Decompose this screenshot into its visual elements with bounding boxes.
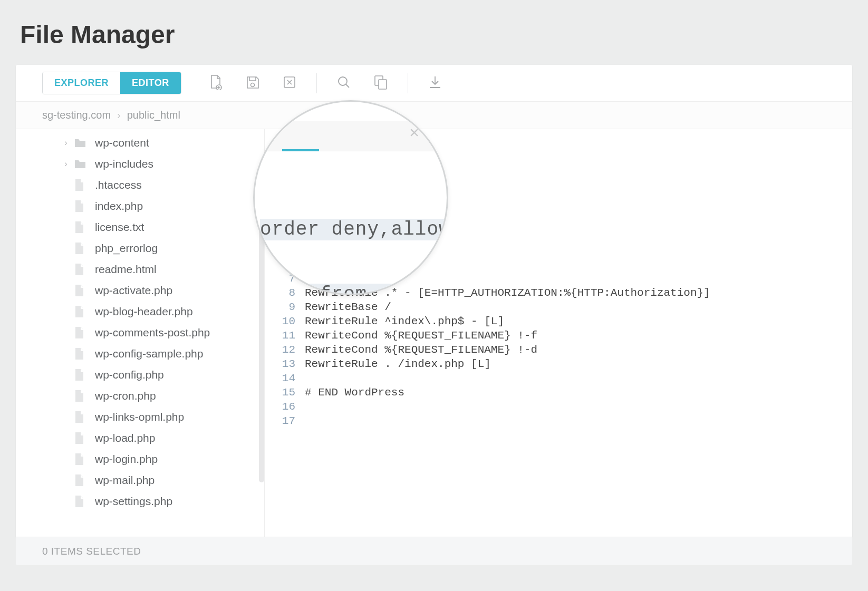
file-icon (74, 200, 88, 212)
file-item[interactable]: wp-load.php (16, 428, 264, 449)
code-line[interactable]: RewriteRule ^index\.php$ - [L] (305, 314, 852, 328)
folder-icon (74, 138, 88, 148)
chevron-right-icon: › (117, 109, 121, 121)
code-line[interactable]: RewriteBase / (305, 300, 852, 314)
item-label: wp-mail.php (95, 474, 155, 487)
discard-icon (282, 75, 297, 92)
code-line[interactable] (305, 371, 852, 385)
file-icon (74, 411, 88, 423)
folder-icon (74, 159, 88, 169)
item-label: wp-links-opml.php (95, 411, 184, 423)
item-label: wp-load.php (95, 432, 155, 444)
svg-point-1 (250, 83, 254, 86)
file-item[interactable]: index.php (16, 196, 264, 217)
file-manager-window: EXPLORER EDITOR (16, 65, 852, 537)
file-icon (74, 284, 88, 297)
file-item[interactable]: .htaccess (16, 175, 264, 196)
code-line[interactable]: RewriteCond %{REQUEST_FILENAME} !-f (305, 328, 852, 343)
item-label: wp-config-sample.php (95, 347, 203, 360)
toolbar-divider (316, 73, 317, 93)
status-bar: 0 ITEMS SELECTED (16, 537, 852, 565)
file-item[interactable]: wp-cron.php (16, 385, 264, 406)
tab-editor[interactable]: EDITOR (120, 72, 181, 94)
copy-icon (373, 74, 388, 92)
file-icon (74, 347, 88, 360)
breadcrumb-part[interactable]: sg-testing.com (42, 109, 111, 121)
search-icon (336, 75, 351, 92)
page-title: File Manager (0, 0, 868, 65)
file-icon (74, 495, 88, 508)
download-button[interactable] (423, 71, 447, 95)
search-button[interactable] (332, 71, 356, 95)
code-line[interactable]: RewriteRule . /index.php [L] (305, 357, 852, 371)
line-number: 10 (265, 314, 295, 328)
file-icon (74, 432, 88, 444)
svg-point-3 (339, 77, 347, 85)
zoom-lens: × order deny,allow deny from all (253, 100, 448, 295)
line-number: 14 (265, 371, 295, 385)
item-label: wp-blog-header.php (95, 305, 193, 318)
file-icon (74, 326, 88, 339)
item-label: php_errorlog (95, 242, 158, 255)
file-item[interactable]: wp-config-sample.php (16, 343, 264, 364)
folder-item[interactable]: ›wp-includes (16, 153, 264, 175)
item-label: wp-activate.php (95, 284, 172, 297)
item-label: wp-content (95, 137, 149, 149)
view-toggle-group: EXPLORER EDITOR (42, 72, 181, 94)
item-label: wp-cron.php (95, 390, 156, 402)
code-line[interactable]: # END WordPress (305, 385, 852, 400)
file-item[interactable]: php_errorlog (16, 238, 264, 259)
file-icon (74, 453, 88, 466)
file-item[interactable]: license.txt (16, 217, 264, 238)
new-file-button[interactable] (204, 71, 228, 95)
line-number: 15 (265, 385, 295, 400)
item-label: .htaccess (95, 179, 142, 191)
file-item[interactable]: wp-blog-header.php (16, 301, 264, 322)
chevron-right-icon[interactable]: › (58, 159, 74, 169)
item-label: wp-config.php (95, 369, 164, 381)
file-icon (74, 305, 88, 318)
file-item[interactable]: wp-links-opml.php (16, 406, 264, 428)
item-label: wp-login.php (95, 453, 158, 466)
line-number: 9 (265, 300, 295, 314)
file-item[interactable]: wp-login.php (16, 449, 264, 470)
line-number: 12 (265, 343, 295, 357)
code-line[interactable] (305, 414, 852, 428)
code-content[interactable]: RewriteRule .* - [E=HTTP_AUTHORIZATION:%… (305, 272, 852, 537)
code-line[interactable] (305, 400, 852, 414)
download-icon (428, 75, 442, 92)
item-label: wp-includes (95, 158, 153, 170)
copy-button[interactable] (369, 71, 393, 95)
line-number: 11 (265, 328, 295, 343)
file-item[interactable]: wp-config.php (16, 364, 264, 385)
new-file-icon (209, 74, 223, 92)
save-button[interactable] (240, 71, 265, 95)
breadcrumb: sg-testing.com › public_html (16, 102, 852, 129)
line-number: 16 (265, 400, 295, 414)
file-item[interactable]: wp-mail.php (16, 470, 264, 491)
chevron-right-icon[interactable]: › (58, 138, 74, 148)
item-label: wp-settings.php (95, 495, 172, 508)
file-icon (74, 242, 88, 255)
file-icon (74, 369, 88, 381)
line-number: 17 (265, 414, 295, 428)
folder-item[interactable]: ›wp-content (16, 132, 264, 153)
file-icon (74, 179, 88, 191)
file-icon (74, 474, 88, 487)
breadcrumb-part[interactable]: public_html (127, 109, 180, 121)
code-line[interactable]: RewriteCond %{REQUEST_FILENAME} !-d (305, 343, 852, 357)
tab-explorer[interactable]: EXPLORER (43, 72, 120, 94)
file-item[interactable]: wp-comments-post.php (16, 322, 264, 343)
item-label: index.php (95, 200, 143, 212)
discard-button[interactable] (277, 71, 302, 95)
file-icon (74, 390, 88, 402)
item-label: license.txt (95, 221, 144, 234)
file-icon (74, 221, 88, 234)
file-item[interactable]: wp-activate.php (16, 280, 264, 301)
file-tree-sidebar: ›wp-content›wp-includes.htaccessindex.ph… (16, 129, 265, 537)
selection-count: 0 ITEMS SELECTED (42, 546, 141, 557)
toolbar-divider (408, 73, 408, 93)
file-item[interactable]: wp-settings.php (16, 491, 264, 512)
file-item[interactable]: readme.html (16, 259, 264, 280)
svg-rect-5 (379, 80, 387, 89)
